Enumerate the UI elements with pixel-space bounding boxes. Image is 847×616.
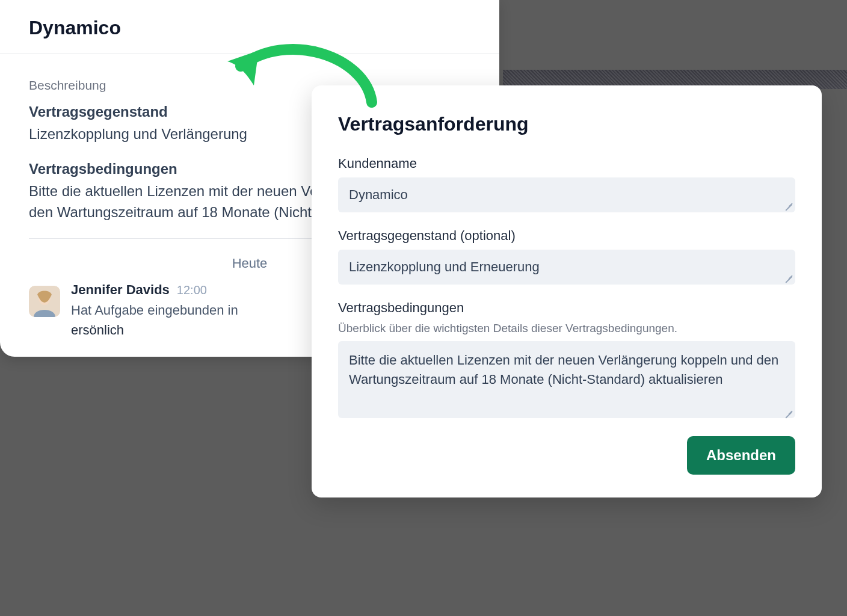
terms-textarea[interactable] <box>338 341 795 418</box>
terms-label: Vertragsbedingungen <box>338 300 795 316</box>
request-form-panel: Vertragsanforderung Kundenname Vertragsg… <box>312 85 822 497</box>
customer-label: Kundenname <box>338 156 795 171</box>
customer-group: Kundenname <box>338 156 795 212</box>
terms-help: Überblick über die wichtigsten Details d… <box>338 322 795 335</box>
subject-input[interactable] <box>338 250 795 285</box>
form-title: Vertragsanforderung <box>338 113 795 135</box>
customer-input[interactable] <box>338 177 795 212</box>
activity-line1: Hat Aufgabe eingebunden in <box>71 303 238 318</box>
submit-button[interactable]: Absenden <box>687 436 795 475</box>
task-title: Dynamico <box>29 17 470 39</box>
activity-time: 12:00 <box>177 283 207 297</box>
activity-author: Jennifer Davids <box>71 282 170 298</box>
task-header: Dynamico <box>0 0 499 54</box>
terms-group: Vertragsbedingungen Überblick über die w… <box>338 300 795 420</box>
form-actions: Absenden <box>338 436 795 475</box>
subject-group: Vertragsgegenstand (optional) <box>338 228 795 285</box>
avatar <box>29 286 60 317</box>
subject-label: Vertragsgegenstand (optional) <box>338 228 795 244</box>
